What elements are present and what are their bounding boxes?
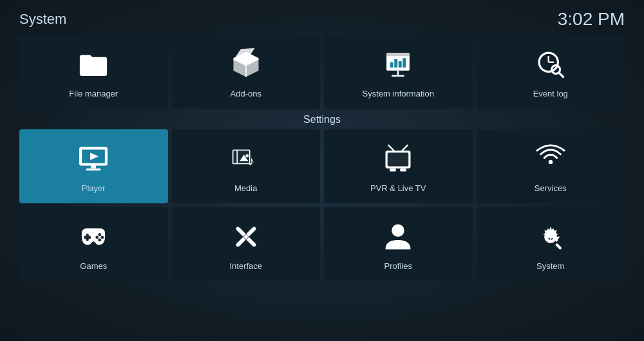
- tile-file-manager[interactable]: File manager: [19, 35, 168, 109]
- tile-system[interactable]: System: [477, 207, 625, 281]
- svg-point-41: [99, 238, 102, 241]
- svg-point-43: [101, 235, 104, 239]
- svg-rect-10: [399, 61, 402, 68]
- tile-services[interactable]: Services: [477, 129, 625, 203]
- file-manager-label: File manager: [69, 89, 118, 98]
- tile-event-log[interactable]: Event log: [477, 35, 625, 109]
- player-icon: [75, 141, 111, 177]
- media-label: Media: [234, 183, 257, 193]
- system-label: System: [536, 261, 564, 271]
- media-icon: ♪: [228, 141, 264, 177]
- svg-text:♪: ♪: [248, 154, 254, 168]
- svg-rect-22: [86, 169, 101, 170]
- top-grid: File manager Add-ons: [13, 35, 631, 109]
- add-ons-label: Add-ons: [231, 89, 261, 98]
- svg-rect-39: [84, 235, 91, 239]
- svg-rect-50: [555, 243, 562, 250]
- games-icon: [75, 219, 111, 255]
- svg-point-48: [392, 225, 405, 237]
- tile-media[interactable]: ♪ Media: [172, 129, 321, 203]
- pvr-live-tv-label: PVR & Live TV: [370, 183, 426, 193]
- services-icon: [533, 141, 569, 177]
- settings-grid: Player ♪ Media: [13, 129, 631, 281]
- svg-line-16: [559, 73, 564, 77]
- interface-label: Interface: [229, 261, 262, 271]
- event-log-label: Event log: [533, 89, 568, 98]
- tile-add-ons[interactable]: Add-ons: [172, 35, 321, 109]
- tile-games[interactable]: Games: [19, 207, 168, 281]
- page-title: System: [19, 11, 66, 28]
- svg-rect-33: [390, 169, 396, 172]
- system-information-icon: [380, 46, 416, 82]
- event-log-icon: [533, 46, 569, 82]
- system-information-label: System information: [363, 89, 434, 98]
- svg-line-32: [402, 145, 408, 151]
- page: System 3:02 PM File manager: [0, 0, 644, 341]
- games-label: Games: [80, 261, 107, 271]
- svg-point-40: [99, 233, 102, 236]
- clock: 3:02 PM: [558, 9, 625, 30]
- profiles-label: Profiles: [384, 261, 412, 271]
- svg-rect-5: [386, 53, 410, 56]
- svg-point-37: [549, 160, 553, 165]
- svg-rect-21: [91, 165, 96, 169]
- svg-line-31: [389, 145, 394, 151]
- tile-system-information[interactable]: System information: [324, 35, 473, 109]
- tile-player[interactable]: Player: [19, 129, 168, 203]
- tile-pvr-live-tv[interactable]: PVR & Live TV: [324, 129, 473, 203]
- profiles-icon: [380, 219, 416, 255]
- add-ons-icon: [228, 46, 264, 82]
- tile-profiles[interactable]: Profiles: [324, 207, 473, 281]
- player-label: Player: [82, 183, 106, 193]
- svg-rect-9: [395, 59, 398, 68]
- pvr-live-tv-icon: [380, 141, 416, 177]
- svg-rect-8: [390, 62, 393, 68]
- header: System 3:02 PM: [13, 0, 631, 35]
- system-icon: [533, 219, 569, 255]
- tile-interface[interactable]: Interface: [172, 207, 321, 281]
- settings-heading: Settings: [13, 114, 631, 125]
- svg-rect-11: [403, 58, 406, 68]
- svg-point-42: [96, 235, 99, 239]
- svg-rect-24: [233, 151, 236, 163]
- file-manager-icon: [75, 46, 111, 82]
- services-label: Services: [535, 183, 567, 193]
- interface-icon: [228, 219, 264, 255]
- svg-rect-34: [401, 169, 407, 172]
- svg-rect-30: [388, 152, 409, 166]
